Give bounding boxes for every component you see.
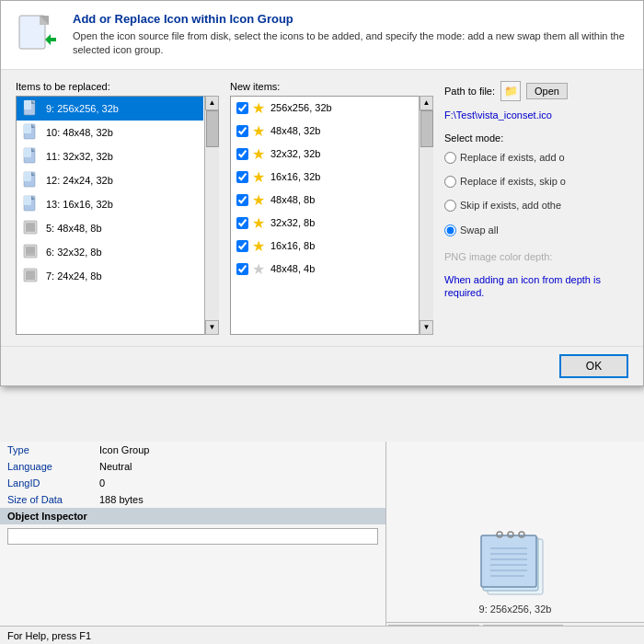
star-icon-4: ★ (252, 191, 265, 209)
svg-rect-15 (24, 172, 31, 181)
mode-radio-input-2[interactable] (444, 200, 456, 212)
mode-radio-input-1[interactable] (444, 176, 456, 188)
file-path-row: F:\Test\vista_iconset.ico (444, 109, 628, 121)
new-list-item-7[interactable]: ★ 48x48, 4b (231, 258, 418, 281)
left-list-item-5[interactable]: 5: 48x48, 8b (17, 216, 203, 240)
new-item-check-3[interactable] (236, 171, 248, 183)
middle-panel-label: New items: (230, 81, 433, 92)
table-row: LangID 0 (0, 475, 385, 491)
left-list-item-6[interactable]: 6: 32x32, 8b (17, 240, 203, 264)
left-list-item-1[interactable]: 10: 48x48, 32b (17, 121, 203, 144)
new-item-check-6[interactable] (236, 240, 248, 252)
new-item-label-2: 32x32, 32b (270, 148, 320, 159)
open-button[interactable]: Open (526, 83, 568, 99)
png-depth-label: PNG image color depth: (444, 251, 628, 262)
mode-radio-input-0[interactable] (444, 152, 456, 164)
mode-radio-label-1: Replace if exists, skip o (460, 175, 566, 188)
new-list-item-0[interactable]: ★ 256x256, 32b (231, 97, 418, 120)
left-list-item-3[interactable]: 12: 24x24, 32b (17, 168, 203, 192)
file-icon-7 (22, 267, 40, 285)
new-item-label-3: 16x16, 32b (270, 171, 320, 182)
svg-rect-21 (26, 223, 35, 232)
star-icon-1: ★ (252, 122, 265, 140)
new-item-label-4: 48x48, 8b (270, 194, 315, 205)
prop-lang-value: Neutral (92, 458, 385, 475)
left-scroll-thumb[interactable] (206, 110, 219, 147)
new-list-item-3[interactable]: ★ 16x16, 32b (231, 166, 418, 189)
left-scroll-track[interactable] (205, 110, 219, 320)
left-item-label-2: 11: 32x32, 32b (46, 151, 113, 162)
middle-scroll-track[interactable] (420, 110, 433, 320)
svg-rect-9 (24, 124, 31, 133)
left-item-label-0: 9: 256x256, 32b (46, 103, 119, 114)
dialog-header: Add or Replace Icon within Icon Group Op… (1, 1, 643, 70)
folder-icon-button[interactable]: 📁 (500, 81, 521, 101)
new-item-check-7[interactable] (236, 263, 248, 275)
star-icon-6: ★ (252, 237, 265, 255)
new-item-label-7: 48x48, 4b (270, 263, 315, 274)
preview-label: 9: 256x256, 32b (479, 604, 552, 615)
bottom-left-panel: Type Icon Group Language Neutral LangID … (0, 442, 386, 644)
check-star-3: ★ (236, 168, 265, 186)
preview-icon (474, 530, 557, 604)
new-item-label-6: 16x16, 8b (270, 240, 315, 251)
new-item-check-0[interactable] (236, 102, 248, 114)
dialog-footer: OK (1, 346, 643, 385)
new-list-item-1[interactable]: ★ 48x48, 32b (231, 120, 418, 143)
mode-radio-input-3[interactable] (444, 224, 456, 236)
middle-scroll-down[interactable]: ▼ (420, 320, 433, 335)
middle-scrollbar[interactable]: ▲ ▼ (419, 96, 433, 335)
middle-list-panel: New items: ★ 256x256, 32b ★ (230, 81, 433, 335)
file-icon-1 (22, 123, 40, 142)
prop-type-name: Type (0, 442, 92, 458)
left-list-item-0[interactable]: 9: 256x256, 32b (17, 97, 203, 121)
svg-rect-18 (24, 196, 31, 205)
new-item-label-0: 256x256, 32b (270, 102, 332, 113)
new-item-check-1[interactable] (236, 125, 248, 137)
ok-button[interactable]: OK (559, 354, 628, 378)
new-item-check-2[interactable] (236, 148, 248, 160)
check-star-1: ★ (236, 122, 265, 140)
left-panel-label: Items to be replaced: (16, 81, 219, 92)
mode-radio-3: Swap all (444, 224, 628, 236)
file-icon-3 (22, 171, 40, 190)
middle-scroll-up[interactable]: ▲ (420, 96, 433, 110)
file-path-link[interactable]: F:\Test\vista_iconset.ico (444, 109, 552, 121)
left-item-label-7: 7: 24x24, 8b (46, 270, 102, 282)
left-list-item-7[interactable]: 7: 24x24, 8b (17, 264, 203, 288)
new-item-check-4[interactable] (236, 194, 248, 206)
left-list-container[interactable]: 9: 256x256, 32b 10: 48x48, 32b (16, 96, 219, 335)
prop-size-name: Size of Data (0, 491, 92, 508)
middle-list-container[interactable]: ★ 256x256, 32b ★ 48x48, 32b (230, 96, 433, 335)
star-half-icon-7: ★ (252, 260, 265, 278)
svg-rect-38 (481, 535, 536, 587)
left-scroll-down[interactable]: ▼ (205, 320, 219, 335)
check-star-0: ★ (236, 99, 265, 117)
left-scroll-up[interactable]: ▲ (205, 96, 219, 110)
left-list-panel: Items to be replaced: 9: 256x256, 32b (16, 81, 219, 335)
mode-radio-label-0: Replace if exists, add o (460, 151, 565, 164)
left-item-label-4: 13: 16x16, 32b (46, 199, 113, 210)
inspector-input[interactable] (7, 528, 378, 545)
middle-scroll-thumb[interactable] (420, 110, 433, 147)
check-star-4: ★ (236, 191, 265, 209)
status-text: For Help, press F1 (7, 630, 91, 641)
left-list-item-2[interactable]: 11: 32x32, 32b (17, 144, 203, 168)
left-list-item-4[interactable]: 13: 16x16, 32b (17, 192, 203, 216)
new-list-item-4[interactable]: ★ 48x48, 8b (231, 189, 418, 212)
png-note: When adding an icon from depth is requir… (444, 273, 628, 300)
select-mode-label: Select mode: (444, 132, 628, 144)
prop-langid-name: LangID (0, 475, 92, 491)
left-scrollbar[interactable]: ▲ ▼ (204, 96, 219, 335)
new-list-item-5[interactable]: ★ 32x32, 8b (231, 212, 418, 235)
new-list-item-6[interactable]: ★ 16x16, 8b (231, 235, 418, 258)
new-item-check-5[interactable] (236, 217, 248, 229)
bottom-section: Type Icon Group Language Neutral LangID … (0, 442, 644, 644)
prop-langid-value: 0 (92, 475, 385, 491)
dialog-description: Open the icon source file from disk, sel… (73, 29, 628, 58)
star-icon-5: ★ (252, 214, 265, 232)
object-inspector-header: Object Inspector (0, 508, 385, 524)
file-icon-6 (22, 243, 40, 261)
prop-type-value: Icon Group (92, 442, 385, 458)
new-list-item-2[interactable]: ★ 32x32, 32b (231, 143, 418, 166)
